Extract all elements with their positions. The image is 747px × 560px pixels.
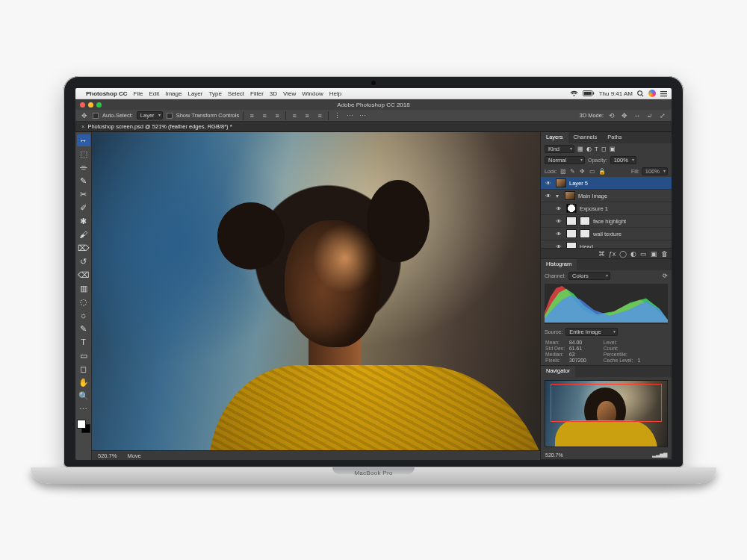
new-group-icon[interactable]: ▭ <box>639 250 648 258</box>
layer-row[interactable]: 👁wall texture <box>541 228 672 240</box>
align-top-icon[interactable]: ≡ <box>290 111 299 120</box>
quick-select-tool[interactable]: ✎ <box>77 175 90 187</box>
lock-artboard-icon[interactable]: ▭ <box>589 168 596 175</box>
layer-thumb[interactable] <box>566 217 577 225</box>
visibility-icon[interactable]: 👁 <box>544 193 553 199</box>
layers-list[interactable]: 👁Layer 5👁▾Main Image👁Exposure 1👁face hig… <box>541 177 672 248</box>
crop-tool[interactable]: ✂ <box>77 188 90 200</box>
layer-row[interactable]: 👁face highlight <box>541 215 672 228</box>
blur-tool[interactable]: ◌ <box>77 296 90 308</box>
layer-row[interactable]: 👁Head <box>541 240 672 248</box>
layer-thumb[interactable] <box>566 204 577 213</box>
lock-pixels-icon[interactable]: ✎ <box>569 168 577 175</box>
layer-row[interactable]: 👁Exposure 1 <box>541 202 672 215</box>
layer-row[interactable]: 👁Layer 5 <box>541 177 672 190</box>
3d-slide-icon[interactable]: ↔ <box>633 111 642 120</box>
layer-mask-icon[interactable]: ◯ <box>619 250 627 258</box>
layer-filter-kind[interactable]: Kind <box>545 145 574 153</box>
menu-file[interactable]: File <box>134 90 143 97</box>
edit-toolbar[interactable]: ⋯ <box>77 403 90 415</box>
new-layer-icon[interactable]: ▣ <box>650 250 658 258</box>
lasso-tool[interactable]: ⌯ <box>77 161 90 173</box>
3d-orbit-icon[interactable]: ⟲ <box>607 111 616 120</box>
tab-paths[interactable]: Paths <box>602 132 627 143</box>
menu-filter[interactable]: Filter <box>250 90 264 97</box>
channel-select[interactable]: Colors <box>568 272 610 280</box>
eraser-tool[interactable]: ⌫ <box>77 269 90 281</box>
3d-rotate-icon[interactable]: ⤾ <box>645 111 654 120</box>
navigator-slider[interactable]: ▂▃▅▆ <box>652 452 667 458</box>
siri-icon[interactable] <box>648 90 656 97</box>
layer-mask-thumb[interactable] <box>580 217 590 225</box>
menu-select[interactable]: Select <box>228 90 244 97</box>
distribute-h-icon[interactable]: ⋮ <box>332 111 341 120</box>
align-center-icon[interactable]: ≡ <box>260 111 269 120</box>
layer-thumb[interactable] <box>556 178 566 187</box>
gradient-tool[interactable]: ▥ <box>77 282 90 294</box>
marquee-tool[interactable]: ⬚ <box>77 148 90 160</box>
filter-pixel-icon[interactable]: ▦ <box>577 146 583 152</box>
tab-navigator[interactable]: Navigator <box>541 366 575 377</box>
close-tab-icon[interactable]: × <box>81 123 84 130</box>
visibility-icon[interactable]: 👁 <box>544 180 553 187</box>
disclosure-icon[interactable]: ▾ <box>556 193 562 199</box>
app-menu[interactable]: Photoshop CC <box>86 90 128 97</box>
status-zoom[interactable]: 520.7% <box>98 452 117 459</box>
align-left-icon[interactable]: ≡ <box>247 111 256 120</box>
link-layers-icon[interactable]: ⌘ <box>598 250 606 258</box>
3d-scale-icon[interactable]: ⤢ <box>658 111 667 120</box>
menu-view[interactable]: View <box>283 90 296 97</box>
opacity-value[interactable]: 100% <box>610 156 636 164</box>
menu-help[interactable]: Help <box>329 90 341 97</box>
history-brush-tool[interactable]: ↺ <box>77 255 90 267</box>
fill-value[interactable]: 100% <box>642 167 668 175</box>
menu-image[interactable]: Image <box>165 90 182 97</box>
navigator-viewport[interactable] <box>551 384 663 422</box>
distribute-v-icon[interactable]: ⋯ <box>345 111 354 120</box>
auto-select-kind[interactable]: Layer <box>137 111 163 119</box>
show-transform-checkbox[interactable] <box>167 113 173 119</box>
blend-mode-select[interactable]: Normal <box>545 156 585 164</box>
auto-select-checkbox[interactable] <box>93 113 99 119</box>
color-swatches[interactable] <box>77 420 90 433</box>
layer-name[interactable]: Main Image <box>578 193 669 199</box>
type-tool[interactable]: T <box>77 336 90 348</box>
eyedropper-tool[interactable]: ✐ <box>77 202 90 214</box>
delete-layer-icon[interactable]: 🗑 <box>660 250 669 258</box>
lock-all-icon[interactable]: 🔒 <box>598 168 606 175</box>
shape-tool[interactable]: ◻ <box>77 363 90 375</box>
visibility-icon[interactable]: 👁 <box>554 205 563 212</box>
clone-stamp-tool[interactable]: ⌦ <box>77 242 90 254</box>
layer-thumb[interactable] <box>566 242 577 248</box>
source-select[interactable]: Entire Image <box>565 328 618 336</box>
visibility-icon[interactable]: 👁 <box>554 218 563 225</box>
tab-histogram[interactable]: Histogram <box>541 259 577 270</box>
healing-brush-tool[interactable]: ✱ <box>77 215 90 227</box>
layer-mask-thumb[interactable] <box>580 229 590 238</box>
battery-icon[interactable] <box>583 90 595 96</box>
canvas[interactable] <box>92 132 540 450</box>
lock-transparency-icon[interactable]: ▨ <box>560 168 567 175</box>
clock[interactable]: Thu 9:41 AM <box>599 90 633 97</box>
spotlight-icon[interactable] <box>637 90 644 97</box>
move-tool[interactable]: ↔ <box>77 134 90 146</box>
visibility-icon[interactable]: 👁 <box>554 231 563 237</box>
lock-position-icon[interactable]: ✥ <box>579 168 586 175</box>
navigator-thumb[interactable] <box>545 380 668 447</box>
path-select-tool[interactable]: ▭ <box>77 349 90 361</box>
filter-type-icon[interactable]: T <box>595 146 598 152</box>
more-align-icon[interactable]: ⋯ <box>358 111 367 120</box>
align-bottom-icon[interactable]: ≡ <box>315 111 324 120</box>
menu-edit[interactable]: Edit <box>149 90 159 97</box>
align-right-icon[interactable]: ≡ <box>273 111 282 120</box>
tab-channels[interactable]: Channels <box>568 132 603 143</box>
menu-window[interactable]: Window <box>302 90 323 97</box>
brush-tool[interactable]: 🖌 <box>77 228 90 240</box>
hand-tool[interactable]: ✋ <box>77 376 90 388</box>
notification-center-icon[interactable] <box>660 90 667 97</box>
layer-row[interactable]: 👁▾Main Image <box>541 190 672 202</box>
filter-smart-icon[interactable]: ▣ <box>610 146 616 152</box>
new-adjustment-icon[interactable]: ◐ <box>629 250 637 258</box>
document-tab[interactable]: × Photoshop screen.psd @ 521% (feather e… <box>75 122 672 132</box>
dodge-tool[interactable]: ☼ <box>77 309 90 321</box>
